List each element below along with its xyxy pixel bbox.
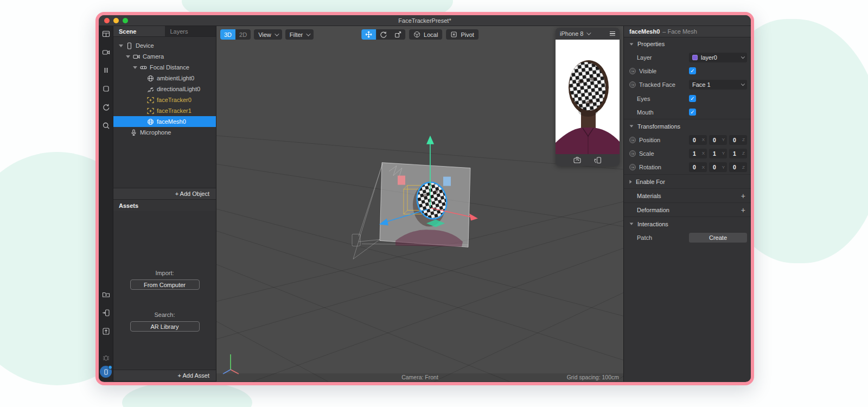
add-material-icon[interactable]: + (741, 192, 745, 200)
scale-z-field[interactable]: 1Z (729, 149, 747, 158)
ar-library-button[interactable]: AR Library (130, 321, 200, 332)
tree-item-face-mesh0[interactable]: faceMesh0 (113, 116, 216, 127)
tree-item-device[interactable]: Device (113, 40, 216, 51)
materials-section-header[interactable]: Materials + (624, 188, 751, 202)
visible-row: → Visible (624, 64, 751, 78)
camera-status: Camera: Front (401, 374, 438, 380)
mouth-checkbox[interactable] (689, 109, 696, 116)
tree-item-ambient-light[interactable]: ambientLight0 (113, 73, 216, 84)
cube-icon (413, 31, 420, 38)
from-computer-button[interactable]: From Computer (130, 279, 200, 290)
rotate-tool-button[interactable] (376, 29, 391, 40)
properties-section-header[interactable]: Properties (624, 37, 751, 50)
layer-label: Layer (637, 54, 652, 61)
move-tool-button[interactable] (361, 29, 376, 40)
tree-item-label: Microphone (140, 129, 171, 136)
simulator-menu-icon[interactable] (610, 31, 615, 36)
directional-light-icon (147, 86, 154, 93)
position-x-field[interactable]: 0X (689, 135, 707, 145)
tree-item-face-tracker0[interactable]: faceTracker0 (113, 94, 216, 105)
layer-dropdown[interactable]: layer0 (689, 53, 747, 62)
tree-item-focal-distance[interactable]: Focal Distance (113, 62, 216, 73)
filter-dropdown[interactable]: Filter (285, 29, 314, 40)
chevron-down-icon[interactable] (133, 66, 137, 69)
close-window-button[interactable] (104, 18, 110, 23)
tab-scene[interactable]: Scene (113, 26, 165, 36)
pivot-button[interactable]: Pivot (446, 29, 478, 40)
add-deformation-icon[interactable]: + (741, 206, 745, 214)
tracked-face-dropdown[interactable]: Face 1 (689, 80, 747, 90)
chevron-down-icon[interactable] (587, 30, 591, 35)
mode-2d-button[interactable]: 2D (235, 29, 251, 40)
video-camera-icon[interactable] (102, 48, 110, 56)
tree-item-label: faceTracker1 (157, 107, 192, 114)
position-y-field[interactable]: 0Y (709, 135, 727, 145)
tree-item-directional-light[interactable]: directionalLight0 (113, 84, 216, 94)
scale-y-field[interactable]: 1Y (709, 149, 727, 158)
device-selector[interactable]: iPhone 8 (560, 30, 583, 37)
position-label: Position (639, 137, 660, 143)
patch-connector-icon[interactable]: → (629, 137, 636, 143)
rotate-device-icon[interactable] (594, 156, 602, 164)
position-row: → Position 0X 0Y 0Z (624, 133, 751, 147)
view-dropdown[interactable]: View (254, 29, 282, 40)
position-z-field[interactable]: 0Z (729, 135, 747, 145)
pivot-box-icon (450, 31, 457, 38)
publish-icon[interactable] (102, 327, 110, 335)
create-patch-button[interactable]: Create (689, 233, 747, 243)
minimize-window-button[interactable] (113, 18, 119, 23)
add-asset-button[interactable]: + Add Asset (113, 370, 216, 381)
viewport-status-bar: Camera: Front Grid spacing: 100cm (216, 373, 623, 381)
pause-icon[interactable] (102, 66, 110, 74)
scale-tool-button[interactable] (391, 29, 405, 40)
deformation-section-header[interactable]: Deformation + (624, 202, 751, 217)
simulator-preview[interactable] (556, 40, 620, 154)
viewport-toolbar-left: 3D 2D View Filter (220, 29, 314, 40)
transformations-section-header[interactable]: Transformations (624, 119, 751, 133)
patch-label: Patch (637, 234, 652, 241)
selected-object-type: – Face Mesh (662, 28, 697, 35)
debug-bug-icon[interactable] (102, 354, 110, 362)
chevron-right-icon (629, 180, 631, 183)
patch-connector-icon[interactable]: → (629, 81, 636, 88)
tree-item-camera[interactable]: Camera (113, 51, 216, 62)
tracked-person-preview (556, 40, 620, 154)
rotation-x-field[interactable]: 0X (689, 162, 707, 172)
import-asset-icon[interactable] (102, 290, 110, 298)
chevron-down-icon[interactable] (119, 44, 123, 47)
local-space-button[interactable]: Local (409, 29, 442, 40)
patch-connector-icon[interactable]: → (629, 164, 636, 170)
flip-camera-icon[interactable] (573, 156, 581, 164)
simulator-footer (556, 154, 620, 166)
interactions-section-header[interactable]: Interactions (624, 217, 751, 231)
account-avatar[interactable] (100, 366, 112, 378)
chevron-down-icon (630, 222, 634, 225)
mode-3d-button[interactable]: 3D (220, 29, 235, 40)
rotation-z-field[interactable]: 0Z (729, 162, 747, 172)
simulator-header: iPhone 8 (556, 28, 620, 40)
send-to-device-icon[interactable] (102, 309, 110, 317)
search-icon[interactable] (102, 122, 110, 130)
zoom-window-button[interactable] (123, 18, 128, 23)
device-frame-icon[interactable] (102, 85, 110, 93)
tree-item-label: directionalLight0 (157, 86, 200, 92)
eyes-checkbox[interactable] (689, 95, 696, 102)
viewport-3d[interactable]: 3D 2D View Filter (216, 26, 623, 381)
face-tracker-icon (147, 97, 154, 104)
focal-distance-icon (140, 64, 147, 71)
layout-icon[interactable] (102, 30, 110, 38)
tree-item-face-tracker1[interactable]: faceTracker1 (113, 105, 216, 116)
patch-connector-icon[interactable]: → (629, 68, 636, 74)
rotation-y-field[interactable]: 0Y (709, 162, 727, 172)
add-object-button[interactable]: + Add Object (113, 188, 216, 200)
tree-item-label: Focal Distance (150, 64, 189, 71)
restart-icon[interactable] (102, 103, 110, 111)
scale-x-field[interactable]: 1X (689, 149, 707, 158)
enable-for-section-header[interactable]: Enable For (624, 174, 751, 188)
device-icon (126, 42, 133, 49)
visible-checkbox[interactable] (689, 67, 696, 74)
tree-item-microphone[interactable]: Microphone (113, 127, 216, 138)
patch-connector-icon[interactable]: → (629, 150, 636, 157)
tab-layers[interactable]: Layers (165, 26, 216, 36)
chevron-down-icon[interactable] (126, 55, 130, 58)
